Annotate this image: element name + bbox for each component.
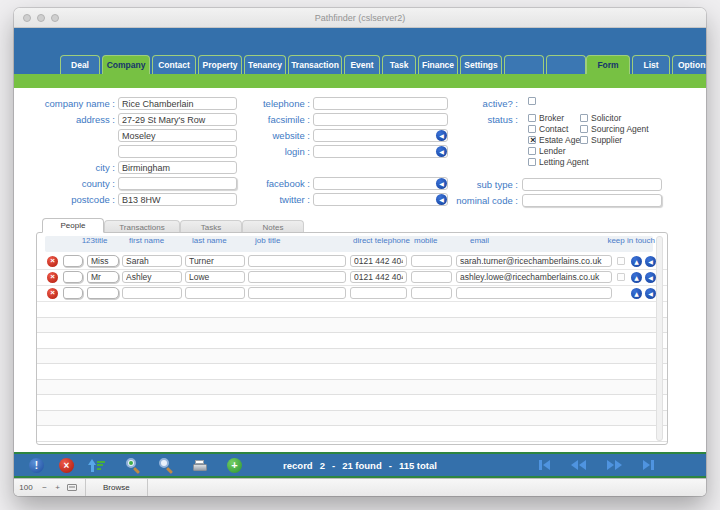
email-field[interactable]: [456, 287, 612, 299]
direct-telephone-field[interactable]: [350, 287, 407, 299]
address-line2-field[interactable]: [118, 129, 237, 142]
status-contact-checkbox[interactable]: [528, 125, 536, 133]
tab-transaction[interactable]: Transaction: [288, 55, 342, 74]
status-solicitor-checkbox[interactable]: [580, 114, 588, 122]
previous-record-button[interactable]: [571, 460, 586, 470]
tab-form[interactable]: Form: [586, 55, 630, 74]
mobile-field[interactable]: [411, 287, 452, 299]
go-to-person-icon[interactable]: ◀: [645, 288, 656, 299]
record-counter: record 2 - 21 found - 115 total: [283, 460, 437, 471]
tab-property[interactable]: Property: [198, 55, 242, 74]
zoom-window-icon[interactable]: [51, 14, 59, 22]
postcode-field[interactable]: [118, 193, 237, 206]
mobile-field[interactable]: [411, 255, 452, 267]
green-accent-bar: [14, 74, 706, 88]
go-to-person-icon[interactable]: ◀: [645, 256, 656, 267]
login-field[interactable]: [313, 145, 448, 158]
status-supplier-checkbox[interactable]: [580, 136, 588, 144]
direct-telephone-field[interactable]: [350, 255, 407, 267]
delete-record-button[interactable]: ×: [58, 457, 75, 474]
find-button[interactable]: [125, 457, 142, 474]
portal-scrollbar[interactable]: [656, 236, 663, 441]
tab-blank-1[interactable]: [504, 55, 544, 74]
tab-company[interactable]: Company: [102, 55, 150, 74]
status-letting-agent-checkbox[interactable]: [528, 158, 536, 166]
active-checkbox[interactable]: [528, 97, 536, 105]
email-field[interactable]: [456, 255, 612, 267]
last-name-field[interactable]: [185, 271, 245, 283]
new-record-button[interactable]: +: [226, 457, 243, 474]
col-keep-in-touch: keep in touch: [557, 236, 655, 245]
tab-tenancy[interactable]: Tenancy: [244, 55, 286, 74]
website-field[interactable]: [313, 129, 448, 142]
title-field[interactable]: [87, 271, 119, 283]
job-title-field[interactable]: [248, 255, 346, 267]
mode-selector[interactable]: Browse: [91, 483, 142, 492]
minimize-window-icon[interactable]: [37, 14, 45, 22]
first-name-field[interactable]: [122, 271, 182, 283]
traffic-lights: [23, 14, 59, 22]
mobile-field[interactable]: [411, 271, 452, 283]
zoom-in-button[interactable]: +: [51, 483, 64, 492]
tab-settings[interactable]: Settings: [460, 55, 502, 74]
up-arrow-icon[interactable]: ▲: [631, 256, 642, 267]
tab-options[interactable]: Options: [672, 55, 706, 74]
email-field[interactable]: [456, 271, 612, 283]
tab-contact[interactable]: Contact: [152, 55, 196, 74]
direct-telephone-field[interactable]: [350, 271, 407, 283]
tab-list[interactable]: List: [632, 55, 670, 74]
next-record-button[interactable]: [607, 460, 622, 470]
status-sourcing-agent-checkbox[interactable]: [580, 125, 588, 133]
found-count: 21 found: [342, 460, 382, 471]
tab-people[interactable]: People: [42, 218, 104, 233]
first-name-field[interactable]: [122, 287, 182, 299]
tab-event[interactable]: Event: [344, 55, 380, 74]
print-button[interactable]: [191, 457, 208, 474]
title-field[interactable]: [87, 255, 119, 267]
tab-blank-2[interactable]: [546, 55, 586, 74]
status-lender-checkbox[interactable]: [528, 147, 536, 155]
go-to-person-icon[interactable]: ◀: [645, 272, 656, 283]
keep-in-touch-checkbox[interactable]: [617, 257, 625, 265]
status-broker-checkbox[interactable]: [528, 114, 536, 122]
close-window-icon[interactable]: [23, 14, 31, 22]
empty-row: [37, 302, 667, 318]
county-field[interactable]: [118, 177, 237, 190]
toolbar-toggle-icon[interactable]: [67, 484, 77, 491]
delete-row-icon[interactable]: ×: [47, 272, 58, 283]
nominal-code-field[interactable]: [522, 194, 662, 207]
first-record-button[interactable]: [539, 460, 550, 470]
title-field[interactable]: [87, 287, 119, 299]
col-last-name: last name: [192, 236, 227, 245]
row-number-field[interactable]: [63, 255, 83, 267]
row-number-field[interactable]: [63, 287, 83, 299]
sort-button[interactable]: [88, 457, 105, 474]
city-field[interactable]: [118, 161, 237, 174]
job-title-field[interactable]: [248, 271, 346, 283]
delete-row-icon[interactable]: ×: [47, 256, 58, 267]
last-name-field[interactable]: [185, 255, 245, 267]
address-line3-field[interactable]: [118, 145, 237, 158]
status-estate-agent-checkbox[interactable]: [528, 136, 536, 144]
last-name-field[interactable]: [185, 287, 245, 299]
search-button[interactable]: [158, 457, 175, 474]
sub-type-field[interactable]: [522, 178, 662, 191]
up-arrow-icon[interactable]: ▲: [631, 288, 642, 299]
info-button[interactable]: !: [28, 457, 45, 474]
zoom-out-button[interactable]: −: [38, 483, 51, 492]
first-name-field[interactable]: [122, 255, 182, 267]
row-number-field[interactable]: [63, 271, 83, 283]
up-arrow-icon[interactable]: ▲: [631, 272, 642, 283]
last-record-button[interactable]: [643, 460, 654, 470]
tab-deal[interactable]: Deal: [60, 55, 100, 74]
company-name-field[interactable]: [118, 97, 237, 110]
delete-row-icon[interactable]: ×: [47, 288, 58, 299]
postcode-label: postcode :: [22, 194, 115, 205]
job-title-field[interactable]: [248, 287, 346, 299]
login-go-icon[interactable]: ◀: [436, 146, 447, 157]
tab-task[interactable]: Task: [382, 55, 416, 74]
address-line1-field[interactable]: [118, 113, 237, 126]
tab-finance[interactable]: Finance: [418, 55, 458, 74]
website-go-icon[interactable]: ◀: [436, 130, 447, 141]
keep-in-touch-checkbox[interactable]: [617, 273, 625, 281]
